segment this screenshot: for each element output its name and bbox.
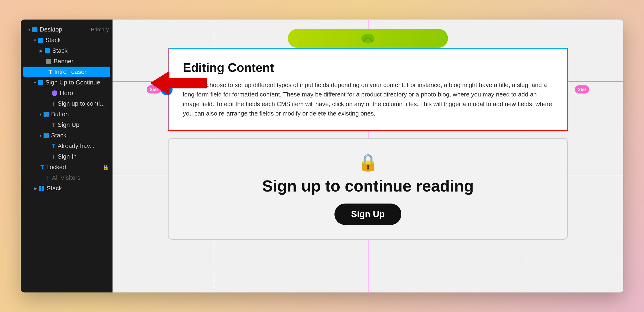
gray-square-icon — [46, 59, 51, 64]
dual-stack-icon — [39, 186, 44, 191]
caret-icon: ▾ — [40, 112, 42, 117]
align-icon[interactable] — [161, 84, 172, 95]
stack-icon — [38, 38, 43, 43]
sidebar-item-button[interactable]: ▾ Button — [21, 109, 112, 120]
caret-icon: ▾ — [28, 27, 30, 32]
sidebar-item-sign-in[interactable]: T Sign In — [21, 151, 112, 162]
text-icon: T — [52, 154, 55, 160]
svg-rect-1 — [164, 87, 169, 88]
diamond-icon — [52, 90, 58, 96]
sidebar-item-stack2[interactable]: ▶ Stack — [21, 46, 112, 56]
main-content: 250 Editing Content You can choose to se… — [112, 20, 623, 292]
sidebar-item-already-hav[interactable]: T Already hav... — [21, 141, 112, 151]
lock-icon: 🔒 — [102, 164, 109, 170]
badge-250-left: 250 — [147, 85, 161, 94]
caret-icon: ▾ — [34, 38, 36, 43]
sidebar-item-all-visitors[interactable]: T All Visitors — [21, 172, 112, 183]
stack-icon — [38, 80, 43, 85]
stack-icon — [32, 27, 38, 32]
top-banner — [168, 24, 568, 48]
content-body: You can choose to set up different types… — [183, 80, 553, 118]
leaf-decoration — [361, 32, 375, 44]
app-window: ▾ Desktop Primary ▾ Stack ▶ Stack Banner… — [21, 20, 623, 292]
align-svg — [163, 86, 170, 93]
sidebar-item-banner[interactable]: Banner — [21, 56, 112, 66]
text-icon: T — [52, 100, 55, 107]
sidebar-item-hero[interactable]: Hero — [21, 88, 112, 98]
lock-large-icon: 🔒 — [358, 153, 378, 172]
sidebar: ▾ Desktop Primary ▾ Stack ▶ Stack Banner… — [21, 20, 112, 292]
sidebar-item-intro-teaser[interactable]: T Intro Teaser — [23, 66, 110, 77]
svg-rect-2 — [164, 89, 169, 90]
text-icon: T — [40, 164, 44, 170]
caret-icon: ▾ — [34, 80, 36, 85]
content-card: Editing Content You can choose to set up… — [168, 48, 568, 131]
stack-icon — [45, 48, 50, 54]
content-section: 250 Editing Content You can choose to se… — [168, 48, 568, 131]
caret-icon: ▾ — [40, 133, 42, 138]
dual-stack-icon — [44, 133, 49, 138]
sidebar-item-sign-up[interactable]: T Sign Up — [21, 120, 112, 130]
badge-250-right: 250 — [575, 85, 589, 94]
canvas-area: 250 Editing Content You can choose to se… — [112, 20, 623, 292]
caret-icon: ▶ — [40, 48, 43, 54]
text-icon: T — [48, 69, 52, 75]
sidebar-item-stack1[interactable]: ▾ Stack — [21, 35, 112, 46]
signup-gate: 🔒 Sign up to continue reading Sign Up — [168, 138, 568, 240]
green-button — [288, 29, 448, 48]
content-title: Editing Content — [183, 60, 553, 74]
svg-rect-3 — [164, 90, 169, 91]
text-icon: T — [52, 143, 55, 150]
text-icon: T — [46, 174, 50, 181]
dual-stack-icon — [44, 112, 49, 117]
sidebar-item-desktop[interactable]: ▾ Desktop Primary — [21, 24, 112, 35]
sidebar-item-sign-up-to-continue[interactable]: ▾ Sign Up to Continue — [21, 77, 112, 88]
sidebar-item-locked[interactable]: T Locked 🔒 — [21, 162, 112, 172]
text-icon: T — [52, 122, 55, 128]
signup-title: Sign up to continue reading — [262, 177, 474, 195]
sidebar-item-stack4[interactable]: ▶ Stack — [21, 183, 112, 194]
signup-button[interactable]: Sign Up — [334, 204, 401, 225]
sidebar-item-stack3[interactable]: ▾ Stack — [21, 130, 112, 141]
caret-icon: ▶ — [34, 186, 37, 191]
sidebar-item-sign-up-conti[interactable]: T Sign up to conti... — [21, 98, 112, 109]
